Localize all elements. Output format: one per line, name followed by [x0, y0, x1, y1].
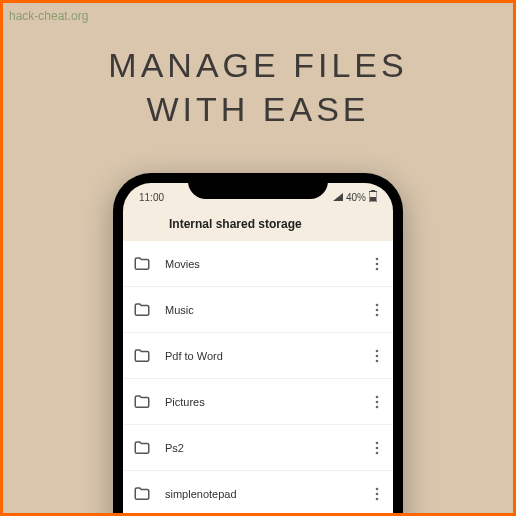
more-icon[interactable] [371, 303, 383, 317]
more-icon[interactable] [371, 395, 383, 409]
svg-point-7 [376, 308, 379, 311]
file-name: Music [165, 304, 371, 316]
svg-point-9 [376, 349, 379, 352]
battery-percent: 40% [346, 192, 366, 203]
signal-icon [333, 192, 343, 203]
svg-point-18 [376, 487, 379, 490]
status-time: 11:00 [139, 192, 164, 203]
folder-icon [133, 255, 151, 273]
folder-icon [133, 393, 151, 411]
headline-line-1: MANAGE FILES [3, 43, 513, 87]
more-icon[interactable] [371, 441, 383, 455]
svg-point-14 [376, 405, 379, 408]
headline-line-2: WITH EASE [3, 87, 513, 131]
svg-point-11 [376, 359, 379, 362]
app-header-title: Internal shared storage [123, 207, 393, 241]
list-item[interactable]: Music [123, 287, 393, 333]
svg-rect-2 [370, 197, 376, 201]
battery-icon [369, 190, 377, 204]
svg-point-20 [376, 497, 379, 500]
svg-point-5 [376, 267, 379, 270]
svg-point-17 [376, 451, 379, 454]
svg-point-3 [376, 257, 379, 260]
file-name: Ps2 [165, 442, 371, 454]
svg-point-16 [376, 446, 379, 449]
list-item[interactable]: Pictures [123, 379, 393, 425]
svg-point-12 [376, 395, 379, 398]
file-name: Pictures [165, 396, 371, 408]
file-name: Movies [165, 258, 371, 270]
list-item[interactable]: Pdf to Word [123, 333, 393, 379]
phone-notch [188, 173, 328, 199]
phone-screen: 11:00 40% Internal shared storage [123, 183, 393, 516]
svg-point-15 [376, 441, 379, 444]
status-right: 40% [333, 190, 377, 204]
file-name: simplenotepad [165, 488, 371, 500]
folder-icon [133, 439, 151, 457]
more-icon[interactable] [371, 349, 383, 363]
list-item[interactable]: Ps2 [123, 425, 393, 471]
list-item[interactable]: simplenotepad [123, 471, 393, 516]
svg-point-19 [376, 492, 379, 495]
folder-icon [133, 301, 151, 319]
svg-point-10 [376, 354, 379, 357]
svg-point-4 [376, 262, 379, 265]
folder-icon [133, 347, 151, 365]
svg-point-6 [376, 303, 379, 306]
list-item[interactable]: Movies [123, 241, 393, 287]
folder-icon [133, 485, 151, 503]
more-icon[interactable] [371, 257, 383, 271]
svg-point-8 [376, 313, 379, 316]
phone-mockup: 11:00 40% Internal shared storage [113, 173, 403, 516]
svg-point-13 [376, 400, 379, 403]
more-icon[interactable] [371, 487, 383, 501]
file-list[interactable]: Movies Music [123, 241, 393, 516]
file-name: Pdf to Word [165, 350, 371, 362]
phone-frame: 11:00 40% Internal shared storage [113, 173, 403, 516]
watermark-text: hack-cheat.org [9, 9, 88, 23]
